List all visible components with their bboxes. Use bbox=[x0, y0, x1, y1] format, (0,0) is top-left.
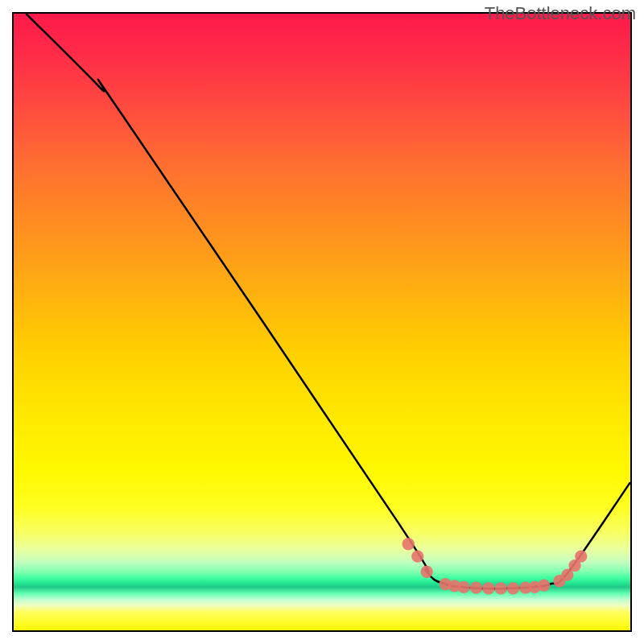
curve-dot bbox=[421, 566, 433, 578]
curve-dot bbox=[482, 582, 494, 594]
bottleneck-curve-line bbox=[26, 14, 630, 588]
curve-dot bbox=[402, 538, 415, 550]
chart-svg bbox=[14, 14, 630, 630]
optimal-range-dots bbox=[402, 538, 588, 594]
curve-dot bbox=[538, 579, 550, 591]
curve-dot bbox=[411, 550, 423, 562]
chart-plot-area bbox=[12, 12, 632, 632]
curve-dot bbox=[507, 582, 519, 594]
watermark-text: TheBottleneck.com bbox=[485, 3, 636, 24]
curve-dot bbox=[458, 581, 470, 593]
curve-dot bbox=[575, 550, 587, 562]
curve-dot bbox=[494, 582, 506, 594]
curve-dot bbox=[470, 581, 482, 593]
